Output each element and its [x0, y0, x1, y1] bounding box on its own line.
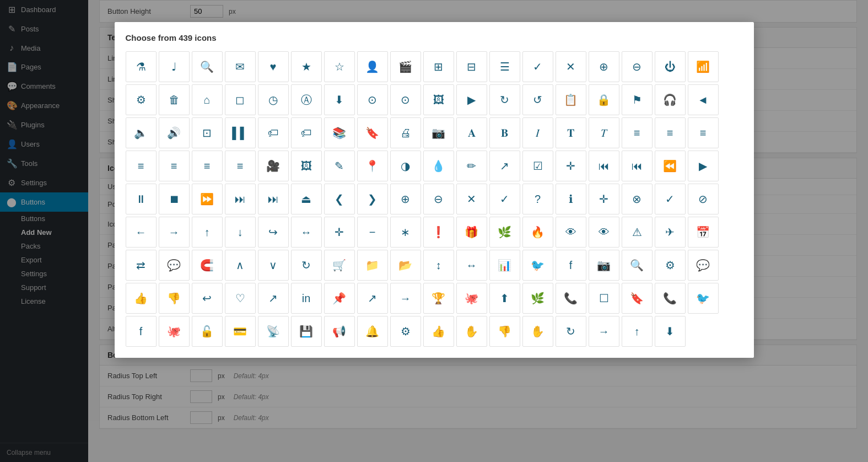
flag-icon[interactable]: ⚑	[622, 84, 653, 115]
crosshair-icon[interactable]: ✛	[589, 184, 619, 214]
gear-icon[interactable]: ⚙	[126, 84, 157, 115]
page-icon[interactable]: ◻	[225, 84, 256, 115]
minus-circle-icon[interactable]: ⊖	[423, 184, 454, 214]
bookmark-icon[interactable]: 🔖	[357, 117, 388, 148]
warning-icon[interactable]: ⚠	[622, 217, 653, 248]
external-icon[interactable]: ↗	[357, 283, 388, 314]
rss-icon[interactable]: 📡	[258, 316, 289, 347]
bookmark2-icon[interactable]: 🔖	[622, 283, 653, 314]
hand-up-icon[interactable]: ✋	[456, 316, 487, 347]
twitter2-icon[interactable]: 🐦	[688, 283, 719, 314]
plane-icon[interactable]: ✈	[655, 217, 686, 248]
list-dedent-icon[interactable]: ≡	[225, 151, 256, 181]
signal-icon[interactable]: 📶	[688, 51, 719, 82]
facebook2-icon[interactable]: f	[126, 316, 157, 347]
skip-start-icon[interactable]: ⏮	[589, 151, 619, 181]
star-empty-icon[interactable]: ☆	[324, 51, 355, 82]
resize-v-icon[interactable]: ↕	[423, 250, 454, 281]
fire-icon[interactable]: 🔥	[522, 217, 553, 248]
square-icon[interactable]: ☐	[589, 283, 619, 314]
qr-icon[interactable]: ⊡	[192, 117, 223, 148]
plus-icon[interactable]: ✛	[324, 217, 355, 248]
close-icon[interactable]: ✕	[556, 51, 586, 82]
ban-icon[interactable]: ⊘	[688, 184, 719, 214]
sign-in-icon[interactable]: →	[390, 283, 421, 314]
exclaim-icon[interactable]: ❗	[423, 217, 454, 248]
chevron-down-icon[interactable]: ∨	[258, 250, 289, 281]
vol-low-icon[interactable]: 🔈	[126, 117, 157, 148]
resize-h-icon[interactable]: ↔	[456, 250, 487, 281]
leaf-icon[interactable]: 🌿	[489, 217, 520, 248]
instagram-icon[interactable]: 📷	[589, 250, 619, 281]
track-prev-icon[interactable]: ⏮	[622, 151, 653, 181]
fast-fwd-icon[interactable]: ⏩	[192, 184, 223, 214]
undo-icon[interactable]: ↩	[192, 283, 223, 314]
circle-up-icon[interactable]: ⊙	[390, 84, 421, 115]
like-icon[interactable]: 👍	[423, 316, 454, 347]
list-ul-icon[interactable]: ≡	[159, 151, 190, 181]
edit-icon[interactable]: ✏	[456, 151, 487, 181]
image-icon[interactable]: 🖼	[423, 84, 454, 115]
eye-icon[interactable]: 👁	[556, 217, 586, 248]
play2-icon[interactable]: ▶	[688, 151, 719, 181]
arrow-up2-icon[interactable]: ↑	[622, 316, 653, 347]
arrow-down2-icon[interactable]: ⬇	[655, 316, 686, 347]
pause-icon[interactable]: ⏸	[126, 184, 157, 214]
skip-end-icon[interactable]: ⏭	[225, 184, 256, 214]
text-t2-icon[interactable]: 𝑇	[589, 117, 619, 148]
calendar-icon[interactable]: 📅	[688, 217, 719, 248]
bell-icon[interactable]: 🔔	[357, 316, 388, 347]
minus-icon[interactable]: −	[357, 217, 388, 248]
check-circle2-icon[interactable]: ✓	[655, 184, 686, 214]
print-icon[interactable]: 🖨	[390, 117, 421, 148]
arrow-left-icon[interactable]: ←	[126, 217, 157, 248]
info-circle-icon[interactable]: ℹ	[556, 184, 586, 214]
x-circle2-icon[interactable]: ⊗	[622, 184, 653, 214]
check-circle-icon[interactable]: ✓	[489, 184, 520, 214]
folder-open-icon[interactable]: 📂	[390, 250, 421, 281]
plus-circle-icon[interactable]: ⊕	[390, 184, 421, 214]
share-icon[interactable]: ↗	[489, 151, 520, 181]
retweet-icon[interactable]: ↻	[291, 250, 322, 281]
align-justify-icon[interactable]: ≡	[126, 151, 157, 181]
facebook-icon[interactable]: f	[556, 250, 586, 281]
pencil-icon[interactable]: ✎	[324, 151, 355, 181]
align-left-icon[interactable]: ≡	[622, 117, 653, 148]
grid-3x3-icon[interactable]: ⊟	[456, 51, 487, 82]
shuffle-icon[interactable]: ⇄	[126, 250, 157, 281]
download-icon[interactable]: ⬇	[324, 84, 355, 115]
question-circle-icon[interactable]: ?	[522, 184, 553, 214]
linkedin-icon[interactable]: in	[291, 283, 322, 314]
folder-icon[interactable]: 📁	[357, 250, 388, 281]
tag-icon[interactable]: 🏷	[258, 117, 289, 148]
refresh-ccw-icon[interactable]: ↺	[522, 84, 553, 115]
books-icon[interactable]: 📚	[324, 117, 355, 148]
arrow-right2-icon[interactable]: →	[589, 316, 619, 347]
refresh-cw-icon[interactable]: ↻	[489, 84, 520, 115]
icon-picker-overlay[interactable]: Choose from 439 icons ⚗♩🔍✉♥★☆👤🎬⊞⊟☰✓✕⊕⊖⏻📶…	[88, 0, 868, 462]
circle-half-icon[interactable]: ◑	[390, 151, 421, 181]
settings2-icon[interactable]: ⚙	[390, 316, 421, 347]
clock-icon[interactable]: ◷	[258, 84, 289, 115]
dislike-icon[interactable]: 👎	[489, 316, 520, 347]
search-plus-icon[interactable]: 🔍	[622, 250, 653, 281]
phone2-icon[interactable]: 📞	[655, 283, 686, 314]
chart-icon[interactable]: 📊	[489, 250, 520, 281]
upload-icon[interactable]: ⬆	[489, 283, 520, 314]
thumbs-down-icon[interactable]: 👎	[159, 283, 190, 314]
filter-icon[interactable]: ⚗	[126, 51, 157, 82]
cogs-icon[interactable]: ⚙	[655, 250, 686, 281]
heart-icon[interactable]: ♥	[258, 51, 289, 82]
film-icon[interactable]: 🎬	[390, 51, 421, 82]
check-icon[interactable]: ✓	[522, 51, 553, 82]
stop-icon[interactable]: ⏹	[159, 184, 190, 214]
arrow-down-icon[interactable]: ↓	[225, 217, 256, 248]
expand-icon[interactable]: ↔	[291, 217, 322, 248]
reply-icon[interactable]: ↪	[258, 217, 289, 248]
eject-icon[interactable]: ⏏	[291, 184, 322, 214]
video-icon[interactable]: 🎥	[258, 151, 289, 181]
heart-empty-icon[interactable]: ♡	[225, 283, 256, 314]
rotate-icon[interactable]: ↻	[556, 316, 586, 347]
gift-icon[interactable]: 🎁	[456, 217, 487, 248]
asterisk-icon[interactable]: ∗	[390, 217, 421, 248]
